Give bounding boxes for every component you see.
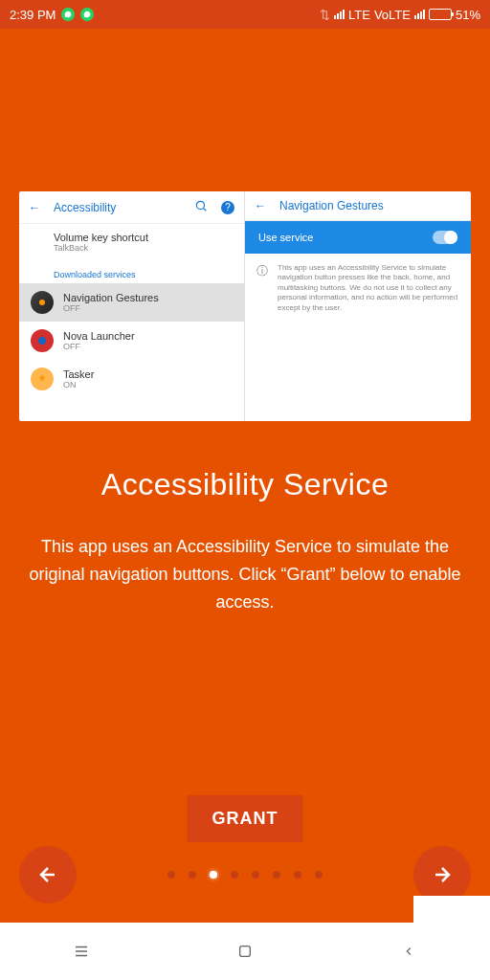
dot	[315, 871, 323, 879]
dot	[294, 871, 301, 879]
battery-icon	[429, 9, 452, 20]
header-title: Navigation Gestures	[279, 199, 461, 212]
status-bar: 2:39 PM ⇅ LTE VoLTE 51%	[0, 0, 490, 29]
system-nav-bar	[0, 923, 490, 980]
grant-button[interactable]: GRANT	[188, 795, 303, 842]
item-sub: ON	[63, 380, 94, 390]
page-description: This app uses an Accessibility Service t…	[19, 533, 471, 615]
info-icon: ⓘ	[256, 263, 268, 313]
dot	[231, 871, 238, 879]
screenshot-preview: ← Accessibility ? Volume key shortcut Ta…	[19, 191, 471, 421]
item-title: Tasker	[63, 368, 94, 380]
home-button[interactable]	[207, 944, 283, 959]
back-arrow-icon: ←	[255, 199, 266, 212]
service-item-navgestures: Navigation Gestures OFF	[19, 283, 244, 322]
page-title: Accessibility Service	[0, 467, 490, 502]
accessibility-header: ← Accessibility ?	[19, 191, 244, 224]
dot	[273, 871, 280, 879]
svg-point-0	[196, 201, 204, 209]
svg-point-3	[38, 337, 46, 345]
page-indicator	[167, 871, 323, 879]
item-sub: OFF	[63, 342, 135, 351]
volte-label: VoLTE	[374, 8, 411, 22]
data-transfer-icon: ⇅	[320, 8, 330, 22]
header-title: Accessibility	[54, 201, 181, 214]
help-icon: ?	[221, 201, 234, 214]
svg-line-1	[203, 208, 206, 211]
whatsapp-icon	[61, 8, 75, 21]
recents-button[interactable]	[43, 943, 120, 960]
svg-point-2	[39, 300, 45, 305]
volume-key-item: Volume key shortcut TalkBack	[19, 224, 244, 260]
item-sub: OFF	[63, 303, 159, 313]
whatsapp-icon	[80, 8, 94, 21]
service-item-nova: Nova Launcher OFF	[19, 322, 244, 360]
back-button[interactable]	[370, 945, 447, 958]
item-title: Nova Launcher	[63, 330, 135, 342]
info-row: ⓘ This app uses an Accessibility Service…	[245, 254, 471, 323]
back-arrow-icon: ←	[29, 201, 40, 214]
search-icon	[194, 199, 208, 215]
info-text: This app uses an Accessibility Service t…	[278, 263, 459, 313]
signal-icon	[334, 10, 345, 19]
toggle-switch	[433, 231, 457, 244]
use-service-toggle-row: Use service	[245, 221, 471, 254]
previous-button[interactable]	[19, 846, 77, 903]
dot	[189, 871, 196, 879]
signal-icon	[414, 10, 425, 19]
next-button[interactable]	[413, 846, 471, 903]
item-title: Navigation Gestures	[63, 292, 159, 303]
decorative-block	[413, 896, 490, 923]
service-item-tasker: Tasker ON	[19, 360, 244, 398]
use-service-label: Use service	[258, 232, 313, 243]
battery-percent: 51%	[456, 8, 480, 22]
network-label: LTE	[348, 8, 370, 22]
status-time: 2:39 PM	[10, 8, 56, 22]
nova-app-icon	[31, 329, 54, 352]
item-title: Volume key shortcut	[54, 232, 148, 243]
svg-rect-7	[240, 947, 251, 957]
tasker-app-icon	[31, 368, 54, 390]
downloaded-services-header: Downloaded services	[19, 260, 244, 283]
dot	[252, 871, 259, 879]
navgestures-app-icon	[31, 291, 54, 314]
dot	[167, 871, 175, 879]
item-sub: TalkBack	[54, 243, 148, 253]
navgestures-header: ← Navigation Gestures	[245, 191, 471, 221]
dot-active	[210, 871, 217, 879]
